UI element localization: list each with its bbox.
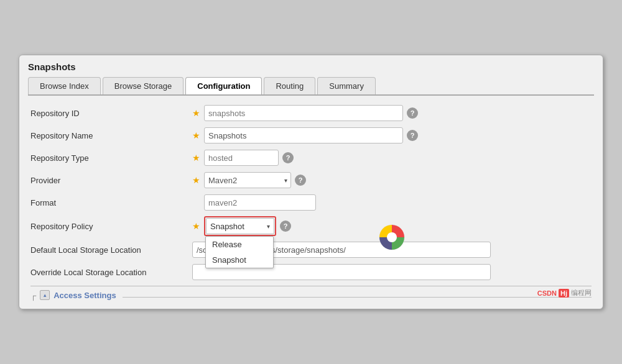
label-format: Format	[30, 198, 192, 207]
main-panel: Snapshots Browse Index Browse Storage Co…	[19, 55, 603, 309]
row-default-storage: Default Local Storage Location	[30, 241, 592, 258]
row-repository-type: Repository Type ★ ?	[30, 149, 592, 166]
watermark-suffix: 编程网	[571, 288, 592, 298]
select-provider[interactable]: Maven2	[204, 172, 291, 188]
label-provider: Provider	[30, 176, 192, 185]
tab-browse-index[interactable]: Browse Index	[28, 77, 101, 94]
control-repository-name: ★ ?	[192, 127, 418, 143]
tab-browse-storage[interactable]: Browse Storage	[103, 77, 184, 94]
section-bracket-right	[123, 297, 592, 298]
input-repository-name[interactable]	[204, 127, 403, 143]
section-label-access-settings: Access Settings	[53, 291, 116, 300]
required-star: ★	[192, 153, 200, 163]
watermark-csdn: CSDN	[537, 289, 557, 297]
row-format: Format ★	[30, 194, 592, 211]
help-icon-repository-name[interactable]: ?	[407, 130, 418, 141]
label-default-storage: Default Local Storage Location	[30, 245, 192, 255]
select-policy[interactable]: Snapshot Release	[206, 218, 274, 234]
label-repository-id: Repository ID	[30, 109, 192, 118]
tab-bar: Browse Index Browse Storage Configuratio…	[28, 77, 594, 96]
provider-select-wrapper: Maven2 ▾	[204, 172, 291, 188]
required-star: ★	[192, 108, 200, 118]
policy-select-wrapper: Snapshot Release ▾ Release Snapshot	[204, 216, 276, 236]
control-repository-policy: ★ Snapshot Release ▾ Release Snapshot ?	[192, 216, 291, 236]
watermark: CSDN Hj 编程网	[537, 288, 592, 298]
tab-configuration[interactable]: Configuration	[185, 77, 262, 94]
tab-summary[interactable]: Summary	[317, 77, 376, 94]
panel-title: Snapshots	[28, 61, 594, 72]
label-repository-policy: Repository Policy	[30, 222, 192, 231]
required-star: ★	[192, 175, 200, 185]
row-provider: Provider ★ Maven2 ▾ ?	[30, 171, 592, 189]
section-bracket-left: ┌	[30, 291, 36, 300]
row-repository-name: Repository Name ★ ?	[30, 127, 592, 144]
row-repository-id: Repository ID ★ ?	[30, 104, 592, 122]
control-format: ★	[192, 194, 316, 211]
dropdown-item-release[interactable]: Release	[206, 237, 273, 252]
control-repository-type: ★ ?	[192, 150, 294, 166]
pie-chart-decoration	[378, 223, 406, 253]
control-repository-id: ★ ?	[192, 105, 418, 121]
input-repository-id[interactable]	[204, 105, 403, 121]
required-star: ★	[192, 221, 200, 231]
input-repository-type[interactable]	[204, 150, 279, 166]
section-access-settings: ┌ ▴ Access Settings	[30, 286, 592, 300]
form-area: Repository ID ★ ? Repository Name ★ ? Re…	[28, 104, 594, 300]
label-override-storage: Override Local Storage Location	[30, 268, 192, 277]
help-icon-repository-type[interactable]: ?	[282, 152, 294, 163]
help-icon-provider[interactable]: ?	[295, 175, 306, 186]
tab-routing[interactable]: Routing	[264, 77, 315, 94]
input-format[interactable]	[204, 194, 316, 211]
label-repository-name: Repository Name	[30, 131, 192, 140]
dropdown-item-snapshot[interactable]: Snapshot	[206, 252, 273, 268]
watermark-logo-badge: Hj	[559, 289, 569, 298]
collapse-arrow-icon[interactable]: ▴	[40, 290, 50, 300]
row-override-storage: Override Local Storage Location	[30, 263, 592, 281]
label-repository-type: Repository Type	[30, 153, 192, 163]
required-star: ★	[192, 130, 200, 140]
row-repository-policy: Repository Policy ★ Snapshot Release ▾ R…	[30, 216, 592, 236]
help-icon-policy[interactable]: ?	[280, 221, 291, 232]
svg-point-1	[387, 232, 397, 242]
help-icon-repository-id[interactable]: ?	[407, 107, 418, 119]
policy-dropdown-menu: Release Snapshot	[205, 236, 274, 268]
control-provider: ★ Maven2 ▾ ?	[192, 172, 306, 188]
